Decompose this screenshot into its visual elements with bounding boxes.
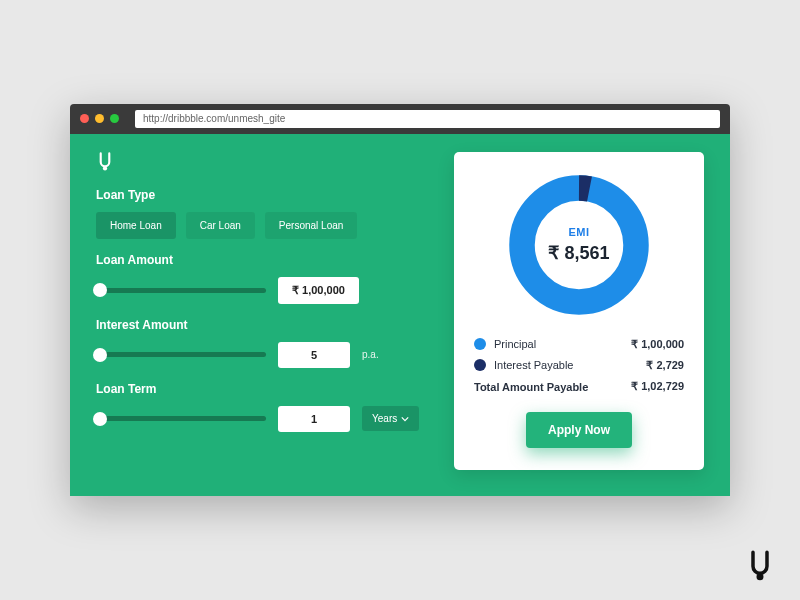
result-card: EMI ₹ 8,561 Principal ₹ 1,00,000 Interes…: [454, 152, 704, 470]
interest-suffix: p.a.: [362, 349, 379, 360]
term-slider[interactable]: [96, 409, 266, 429]
loan-type-label: Loan Type: [96, 188, 434, 202]
url-input[interactable]: http://dribbble.com/unmesh_gite: [135, 110, 720, 128]
legend: Principal ₹ 1,00,000 Interest Payable ₹ …: [474, 338, 684, 394]
interest-payable-label: Interest Payable: [494, 359, 646, 371]
emi-value: ₹ 8,561: [548, 242, 609, 264]
principal-label: Principal: [494, 338, 631, 350]
term-field[interactable]: 1: [278, 406, 350, 432]
loan-amount-label: Loan Amount: [96, 253, 434, 267]
legend-interest: Interest Payable ₹ 2,729: [474, 359, 684, 372]
interest-label: Interest Amount: [96, 318, 434, 332]
minimize-icon[interactable]: [95, 114, 104, 123]
loan-type-tabs: Home Loan Car Loan Personal Loan: [96, 212, 434, 239]
term-unit-label: Years: [372, 413, 397, 424]
interest-slider[interactable]: [96, 345, 266, 365]
emi-label: EMI: [568, 226, 589, 238]
interest-dot-icon: [474, 359, 486, 371]
loan-term-label: Loan Term: [96, 382, 434, 396]
chevron-down-icon: [401, 415, 409, 423]
loan-amount-slider[interactable]: [96, 280, 266, 300]
interest-payable-value: ₹ 2,729: [646, 359, 684, 372]
logo-icon: [96, 152, 114, 172]
interest-field[interactable]: 5: [278, 342, 350, 368]
term-unit-dropdown[interactable]: Years: [362, 406, 419, 431]
total-row: Total Amount Payable ₹ 1,02,729: [474, 380, 684, 394]
svg-point-2: [756, 573, 763, 580]
form-panel: Loan Type Home Loan Car Loan Personal Lo…: [96, 152, 434, 470]
total-value: ₹ 1,02,729: [631, 380, 684, 394]
maximize-icon[interactable]: [110, 114, 119, 123]
tab-car-loan[interactable]: Car Loan: [186, 212, 255, 239]
emi-donut-chart: EMI ₹ 8,561: [504, 170, 654, 320]
tab-home-loan[interactable]: Home Loan: [96, 212, 176, 239]
tab-personal-loan[interactable]: Personal Loan: [265, 212, 358, 239]
total-label: Total Amount Payable: [474, 380, 631, 394]
legend-principal: Principal ₹ 1,00,000: [474, 338, 684, 351]
apply-now-button[interactable]: Apply Now: [526, 412, 632, 448]
svg-point-0: [103, 166, 107, 170]
close-icon[interactable]: [80, 114, 89, 123]
watermark-logo-icon: [746, 550, 774, 582]
app-body: Loan Type Home Loan Car Loan Personal Lo…: [70, 134, 730, 496]
principal-value: ₹ 1,00,000: [631, 338, 684, 351]
browser-window: http://dribbble.com/unmesh_gite Loan Typ…: [70, 104, 730, 496]
titlebar: http://dribbble.com/unmesh_gite: [70, 104, 730, 134]
principal-dot-icon: [474, 338, 486, 350]
loan-amount-field[interactable]: ₹ 1,00,000: [278, 277, 359, 304]
